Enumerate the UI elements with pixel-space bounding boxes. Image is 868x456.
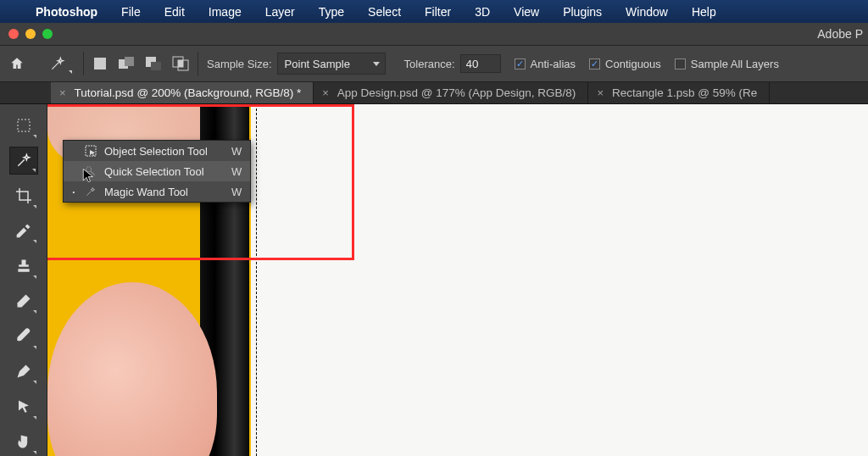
anti-alias-checkbox[interactable]: Anti-alias bbox=[515, 58, 576, 70]
marquee-icon bbox=[15, 117, 32, 134]
eraser-icon bbox=[15, 292, 32, 309]
options-bar: Sample Size: Point Sample Tolerance: Ant… bbox=[0, 45, 868, 82]
checkbox-checked-icon bbox=[589, 58, 600, 70]
document-tab-bar: × Tutorial.psd @ 200% (Background, RGB/8… bbox=[0, 82, 868, 104]
flyout-item-label: Magic Wand Tool bbox=[104, 186, 225, 198]
flyout-corner-icon bbox=[33, 310, 36, 314]
sample-size-dropdown[interactable]: Point Sample bbox=[277, 53, 386, 75]
flyout-item-label: Object Selection Tool bbox=[104, 145, 225, 158]
new-selection-icon[interactable] bbox=[92, 56, 108, 71]
chevron-down-icon bbox=[69, 70, 72, 74]
menu-window[interactable]: Window bbox=[614, 5, 680, 19]
tool-eyedropper[interactable] bbox=[9, 217, 38, 246]
selection-marquee bbox=[256, 104, 257, 456]
tool-pen[interactable] bbox=[9, 358, 38, 386]
zoom-window-button[interactable] bbox=[42, 29, 53, 39]
window-title: Adobe P bbox=[817, 27, 868, 41]
window-titlebar: Adobe P bbox=[0, 23, 868, 45]
document-tab-label: Tutorial.psd @ 200% (Background, RGB/8) … bbox=[75, 86, 302, 99]
contiguous-label: Contiguous bbox=[605, 58, 661, 70]
menu-layer[interactable]: Layer bbox=[253, 5, 307, 19]
pen-icon bbox=[15, 363, 32, 380]
brush-icon bbox=[15, 328, 32, 345]
menu-view[interactable]: View bbox=[502, 5, 551, 19]
document-tab[interactable]: × App Design.psd @ 177% (App Design, RGB… bbox=[314, 82, 588, 103]
menu-edit[interactable]: Edit bbox=[153, 5, 197, 19]
flyout-item-shortcut: W bbox=[231, 165, 242, 178]
tool-clone-stamp[interactable] bbox=[9, 252, 38, 281]
tool-brush[interactable] bbox=[9, 322, 38, 351]
menu-filter[interactable]: Filter bbox=[413, 5, 463, 19]
tool-magic-wand[interactable] bbox=[9, 147, 38, 175]
flyout-item-label: Quick Selection Tool bbox=[104, 165, 225, 178]
selection-mode-group bbox=[92, 56, 189, 71]
flyout-item-object-selection[interactable]: Object Selection Tool W bbox=[64, 141, 250, 161]
separator bbox=[83, 52, 84, 75]
add-to-selection-icon[interactable] bbox=[118, 56, 135, 71]
close-icon[interactable]: × bbox=[59, 86, 66, 99]
sample-size-label: Sample Size: bbox=[207, 58, 272, 70]
tool-flyout-menu: Object Selection Tool W Quick Selection … bbox=[63, 140, 251, 203]
flyout-corner-icon bbox=[33, 381, 36, 384]
close-icon[interactable]: × bbox=[322, 86, 329, 99]
active-indicator: • bbox=[70, 188, 77, 196]
stamp-icon bbox=[15, 258, 32, 275]
menu-image[interactable]: Image bbox=[197, 5, 253, 19]
anti-alias-label: Anti-alias bbox=[531, 58, 576, 70]
tool-path-selection[interactable] bbox=[9, 392, 38, 421]
magic-wand-icon bbox=[84, 185, 97, 198]
window-controls bbox=[0, 29, 53, 39]
svg-rect-2 bbox=[125, 57, 134, 66]
menu-type[interactable]: Type bbox=[307, 5, 356, 19]
app-menu[interactable]: Photoshop bbox=[24, 5, 109, 19]
tool-eraser[interactable] bbox=[9, 287, 38, 316]
checkbox-checked-icon bbox=[515, 58, 526, 70]
flyout-item-quick-selection[interactable]: Quick Selection Tool W bbox=[64, 161, 250, 181]
crop-icon bbox=[15, 187, 32, 204]
menu-plugins[interactable]: Plugins bbox=[551, 5, 614, 19]
home-button[interactable] bbox=[3, 50, 31, 77]
close-window-button[interactable] bbox=[8, 29, 19, 39]
tool-preset-picker[interactable] bbox=[41, 51, 75, 76]
flyout-corner-icon bbox=[33, 205, 36, 209]
contiguous-checkbox[interactable]: Contiguous bbox=[589, 58, 661, 70]
menu-select[interactable]: Select bbox=[356, 5, 413, 19]
separator bbox=[198, 52, 198, 75]
chevron-down-icon bbox=[373, 62, 380, 66]
flyout-item-shortcut: W bbox=[231, 145, 242, 158]
sample-all-layers-label: Sample All Layers bbox=[691, 58, 779, 70]
svg-rect-0 bbox=[94, 58, 106, 70]
object-selection-icon bbox=[84, 144, 97, 158]
menu-3d[interactable]: 3D bbox=[463, 5, 502, 19]
menu-help[interactable]: Help bbox=[680, 5, 728, 19]
flyout-corner-icon bbox=[33, 416, 36, 420]
svg-rect-7 bbox=[178, 60, 183, 67]
tools-panel bbox=[0, 104, 47, 456]
quick-selection-icon bbox=[84, 164, 97, 178]
menu-file[interactable]: File bbox=[109, 5, 153, 19]
eyedropper-icon bbox=[15, 222, 32, 239]
tool-crop[interactable] bbox=[9, 181, 38, 210]
close-icon[interactable]: × bbox=[597, 86, 604, 99]
flyout-item-magic-wand[interactable]: • Magic Wand Tool W bbox=[64, 181, 250, 202]
magic-wand-icon bbox=[49, 55, 66, 72]
magic-wand-icon bbox=[15, 152, 32, 169]
document-tab-active[interactable]: × Tutorial.psd @ 200% (Background, RGB/8… bbox=[51, 82, 314, 103]
flyout-corner-icon bbox=[33, 135, 36, 138]
hand-icon bbox=[15, 433, 32, 450]
home-icon bbox=[9, 56, 25, 71]
subtract-from-selection-icon[interactable] bbox=[145, 56, 162, 71]
flyout-corner-icon bbox=[33, 275, 36, 279]
tolerance-input[interactable] bbox=[460, 54, 501, 73]
intersect-selection-icon[interactable] bbox=[172, 56, 189, 71]
sample-all-layers-checkbox[interactable]: Sample All Layers bbox=[675, 58, 779, 70]
document-tab-label: Rectangle 1.psb @ 59% (Re bbox=[612, 86, 757, 99]
flyout-corner-icon bbox=[33, 451, 36, 454]
flyout-item-shortcut: W bbox=[231, 186, 242, 198]
svg-rect-8 bbox=[18, 120, 30, 131]
minimize-window-button[interactable] bbox=[25, 29, 36, 39]
tool-hand[interactable] bbox=[9, 428, 38, 456]
tool-marquee[interactable] bbox=[9, 111, 38, 140]
document-tab[interactable]: × Rectangle 1.psb @ 59% (Re bbox=[588, 82, 770, 103]
canvas[interactable]: Object Selection Tool W Quick Selection … bbox=[47, 104, 868, 456]
